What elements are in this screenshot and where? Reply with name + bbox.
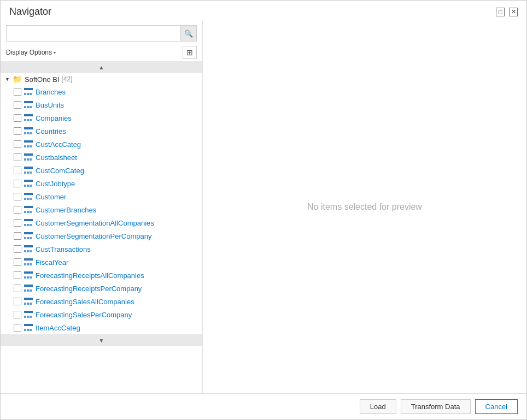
svg-rect-85 xyxy=(24,250,26,252)
tree-item[interactable]: ForecastingSalesPerCompany xyxy=(1,308,202,321)
tree-item[interactable]: CustComCateg xyxy=(1,164,202,177)
item-label: CustJobtype xyxy=(36,180,75,188)
display-options-button[interactable]: Display Options ▾ xyxy=(6,49,56,56)
tree-item[interactable]: CustJobtype xyxy=(1,177,202,190)
item-checkbox[interactable] xyxy=(14,140,21,148)
item-label: CustComCateg xyxy=(36,167,84,175)
item-checkbox[interactable] xyxy=(14,232,21,240)
item-label: CustTransactions xyxy=(36,245,91,253)
svg-rect-15 xyxy=(24,119,26,121)
svg-rect-24 xyxy=(30,132,32,134)
tree-item[interactable]: CustomerSegmentationPerCompany xyxy=(1,229,202,242)
item-checkbox[interactable] xyxy=(14,245,21,253)
table-icon xyxy=(24,88,33,96)
svg-rect-72 xyxy=(27,224,29,226)
display-options-label: Display Options xyxy=(6,49,52,56)
tree-item[interactable]: Branches xyxy=(1,85,202,98)
item-label: ForecastingSalesAllCompanies xyxy=(36,298,134,306)
item-checkbox[interactable] xyxy=(14,88,21,96)
svg-rect-56 xyxy=(24,193,33,195)
tree-item[interactable]: ForecastingSalesAllCompanies xyxy=(1,295,202,308)
tree-items-container: BranchesBusUnitsCompaniesCountriesCustAc… xyxy=(1,85,202,334)
tree-item[interactable]: CustTransactions xyxy=(1,242,202,256)
preview-toggle-button[interactable]: ⊞ xyxy=(183,46,197,59)
tree-item[interactable]: Companies xyxy=(1,111,202,125)
table-icon xyxy=(24,127,33,135)
cancel-button[interactable]: Cancel xyxy=(475,399,518,414)
svg-rect-86 xyxy=(27,250,29,252)
footer: Load Transform Data Cancel xyxy=(1,393,526,419)
table-icon xyxy=(24,311,33,318)
table-icon xyxy=(24,245,33,253)
table-icon xyxy=(24,167,33,174)
svg-rect-38 xyxy=(30,158,32,161)
tree-root-node[interactable]: ▼ 📁 SoftOne BI [42] xyxy=(1,73,202,85)
svg-rect-52 xyxy=(30,185,32,187)
item-label: Companies xyxy=(36,114,72,122)
item-label: CustAccCateg xyxy=(36,140,81,149)
search-button[interactable]: 🔍 xyxy=(180,26,196,41)
svg-rect-9 xyxy=(27,106,29,108)
restore-button[interactable]: □ xyxy=(496,8,505,16)
table-icon xyxy=(24,271,33,279)
item-checkbox[interactable] xyxy=(14,167,21,174)
tree-item[interactable]: ForecastingReceiptsPerCompany xyxy=(1,282,202,295)
root-label: SoftOne BI xyxy=(25,75,60,84)
svg-rect-50 xyxy=(24,185,26,187)
item-label: ForecastingReceiptsPerCompany xyxy=(36,285,142,293)
table-icon xyxy=(24,153,33,161)
item-checkbox[interactable] xyxy=(14,219,21,227)
tree-item[interactable]: CustAccCateg xyxy=(1,138,202,151)
item-checkbox[interactable] xyxy=(14,298,21,305)
search-icon: 🔍 xyxy=(184,29,193,38)
tree-item[interactable]: ForecastingReceiptsAllCompanies xyxy=(1,269,202,282)
table-icon xyxy=(24,140,33,148)
load-button[interactable]: Load xyxy=(360,399,396,414)
tree-item[interactable]: ItemAccCateg xyxy=(1,321,202,334)
item-checkbox[interactable] xyxy=(14,324,21,332)
item-checkbox[interactable] xyxy=(14,311,21,318)
item-label: FiscalYear xyxy=(36,258,68,267)
item-checkbox[interactable] xyxy=(14,153,21,161)
item-label: ItemAccCateg xyxy=(36,324,80,332)
item-checkbox[interactable] xyxy=(14,258,21,266)
table-icon xyxy=(24,114,33,122)
content-area: 🔍 Display Options ▾ ⊞ ▲ ▼ xyxy=(1,21,526,393)
svg-rect-77 xyxy=(24,232,33,234)
item-checkbox[interactable] xyxy=(14,114,21,122)
tree-item[interactable]: BusUnits xyxy=(1,98,202,111)
scroll-up-button[interactable]: ▲ xyxy=(1,61,202,73)
tree-item[interactable]: FiscalYear xyxy=(1,256,202,269)
svg-rect-17 xyxy=(30,119,32,121)
item-checkbox[interactable] xyxy=(14,206,21,214)
svg-rect-107 xyxy=(27,289,29,292)
svg-rect-14 xyxy=(24,114,33,116)
search-input[interactable] xyxy=(7,27,180,40)
tree-item[interactable]: Custbalsheet xyxy=(1,151,202,164)
tree-item[interactable]: Customer xyxy=(1,190,202,203)
item-checkbox[interactable] xyxy=(14,101,21,109)
tree-item[interactable]: CustomerSegmentationAllCompanies xyxy=(1,216,202,229)
transform-data-button[interactable]: Transform Data xyxy=(401,399,471,414)
tree-item[interactable]: CustomerBranches xyxy=(1,203,202,216)
tree-area[interactable]: ▲ ▼ 📁 SoftOne BI [42] BranchesBusUnitsCo… xyxy=(1,61,202,393)
svg-rect-129 xyxy=(30,329,32,331)
item-checkbox[interactable] xyxy=(14,285,21,292)
close-button[interactable]: ✕ xyxy=(509,8,518,16)
table-icon xyxy=(24,193,33,200)
item-checkbox[interactable] xyxy=(14,271,21,279)
scroll-down-button[interactable]: ▼ xyxy=(1,334,202,346)
svg-rect-1 xyxy=(24,93,26,95)
item-checkbox[interactable] xyxy=(14,127,21,135)
svg-rect-92 xyxy=(24,263,26,265)
svg-rect-100 xyxy=(27,276,29,279)
table-icon xyxy=(24,206,33,214)
svg-rect-22 xyxy=(24,132,26,134)
item-checkbox[interactable] xyxy=(14,193,21,200)
svg-rect-2 xyxy=(27,93,29,95)
svg-rect-112 xyxy=(24,298,33,300)
svg-rect-65 xyxy=(27,211,29,213)
item-checkbox[interactable] xyxy=(14,180,21,187)
svg-rect-94 xyxy=(30,263,32,265)
tree-item[interactable]: Countries xyxy=(1,125,202,138)
